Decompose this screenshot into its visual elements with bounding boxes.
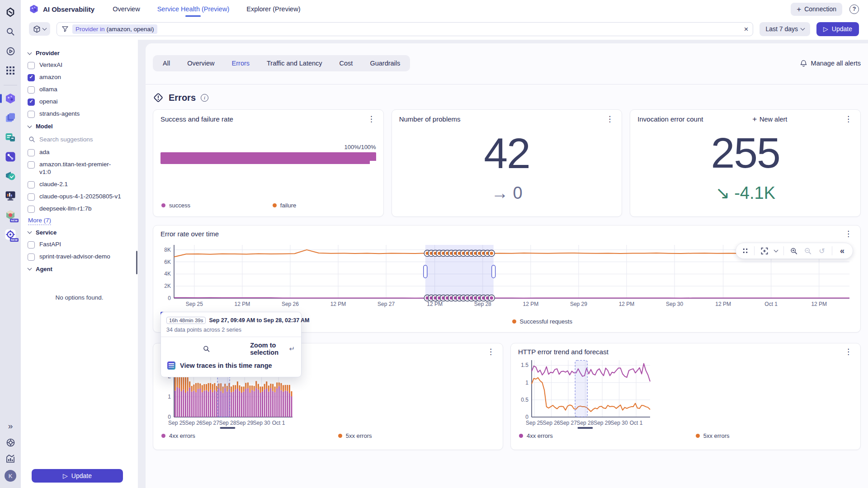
section-agent[interactable]: Agent <box>21 263 138 275</box>
tab-guardrails[interactable]: Guardrails <box>370 60 400 67</box>
svg-text:12 PM: 12 PM <box>619 301 635 307</box>
option-ollama[interactable]: ollama <box>21 84 138 96</box>
chevron-down-icon[interactable] <box>774 248 778 253</box>
section-service[interactable]: Service <box>21 226 138 239</box>
manage-all-alerts-button[interactable]: Manage all alerts <box>800 60 861 67</box>
connections-app-icon[interactable] <box>5 151 16 163</box>
option-vertexai[interactable]: VertexAI <box>21 59 138 71</box>
apps-grid-icon[interactable] <box>5 65 16 76</box>
kebab-menu-icon[interactable]: ⋮ <box>844 115 853 123</box>
legend-item-5xx[interactable]: 5xx errors <box>696 432 730 439</box>
http-error-trend-chart[interactable]: 00.511.5Sep 25Sep 26Sep 27Sep 28Sep 29Se… <box>518 360 654 431</box>
grafana-logo-icon[interactable] <box>5 6 16 18</box>
zoom-in-icon[interactable] <box>790 247 798 255</box>
usage-stats-icon[interactable] <box>5 453 16 465</box>
k8s-monitoring-app-icon[interactable] <box>5 170 16 182</box>
add-connection-button[interactable]: + Connection <box>791 3 842 16</box>
kebab-menu-icon[interactable]: ⋮ <box>486 348 495 356</box>
zoom-out-icon[interactable] <box>804 247 812 255</box>
tab-all[interactable]: All <box>163 60 170 67</box>
sidebar-update-button[interactable]: ▷ Update <box>32 469 123 483</box>
legend-item-4xx[interactable]: 4xx errors <box>519 432 553 439</box>
checkbox[interactable] <box>28 241 35 249</box>
checkbox[interactable] <box>28 206 35 213</box>
checkbox[interactable] <box>28 193 35 201</box>
legend-item-4xx[interactable]: 4xx errors <box>161 432 195 439</box>
new-alert-button[interactable]: + New alert <box>752 115 787 123</box>
checkbox[interactable] <box>28 86 35 94</box>
section-provider[interactable]: Provider <box>21 47 138 59</box>
option-strands-agents[interactable]: strands-agents <box>21 108 138 120</box>
tab-traffic-latency[interactable]: Traffic and Latency <box>267 60 322 67</box>
search-icon[interactable] <box>5 26 16 38</box>
model-search-input[interactable]: Search suggestions <box>21 132 138 146</box>
filter-query-input[interactable]: Provider in (amazon, openai) × <box>57 22 753 36</box>
legend-item-5xx[interactable]: 5xx errors <box>338 432 372 439</box>
checkbox-checked[interactable] <box>28 74 35 81</box>
option-amazon-titan[interactable]: amazon.titan-text-premier-v1:0 <box>21 159 138 178</box>
drag-handle-icon[interactable] <box>742 248 748 254</box>
nav-service-health[interactable]: Service Health (Preview) <box>157 5 230 13</box>
dashboards-app-icon[interactable] <box>5 112 16 124</box>
option-amazon[interactable]: amazon <box>21 71 138 84</box>
card-title: Error rate over time <box>160 230 219 238</box>
view-traces-action[interactable]: View traces in this time range <box>166 361 296 374</box>
kebab-menu-icon[interactable]: ⋮ <box>844 230 853 238</box>
legend-item-failure[interactable]: failure <box>273 202 296 209</box>
legend-item-successful[interactable]: Successful requests <box>512 318 572 325</box>
option-claude-21[interactable]: claude-2.1 <box>21 178 138 191</box>
option-deepseek[interactable]: deepseek-llm-r1:7b <box>21 203 138 215</box>
checkbox[interactable] <box>28 111 35 118</box>
user-avatar[interactable]: K <box>5 470 16 482</box>
success-rate-bar[interactable] <box>160 152 376 164</box>
kebab-menu-icon[interactable]: ⋮ <box>844 348 853 356</box>
time-range-picker[interactable]: Last 7 days <box>760 22 810 36</box>
option-openai[interactable]: openai <box>21 96 138 108</box>
option-ada[interactable]: ada <box>21 146 138 159</box>
tab-overview[interactable]: Overview <box>187 60 214 67</box>
collapse-toolbar-icon[interactable]: « <box>838 247 846 255</box>
kebab-menu-icon[interactable]: ⋮ <box>367 115 376 123</box>
checkbox[interactable] <box>28 62 35 69</box>
nav-explorer[interactable]: Explorer (Preview) <box>246 5 300 13</box>
option-fastapi[interactable]: FastAPI <box>21 239 138 251</box>
trend-flat-arrow-icon: → <box>491 183 508 203</box>
option-sprint-travel[interactable]: sprint-travel-advisor-demo <box>21 251 138 263</box>
checkbox[interactable] <box>28 253 35 261</box>
support-lifebuoy-icon[interactable] <box>5 436 16 448</box>
frontend-observability-app-icon[interactable] <box>5 190 16 202</box>
option-claude-opus[interactable]: claude-opus-4-1-20250805-v1 <box>21 191 138 203</box>
tab-errors[interactable]: Errors <box>232 60 250 67</box>
scope-selector[interactable] <box>29 22 50 36</box>
expand-rail-icon[interactable]: » <box>5 420 16 432</box>
more-models-link[interactable]: More (7) <box>21 215 138 226</box>
checkbox[interactable] <box>28 149 35 156</box>
assistant-app-icon[interactable] <box>5 131 16 143</box>
checkbox[interactable] <box>28 181 35 188</box>
pipelines-icon[interactable] <box>5 45 16 57</box>
box-select-icon[interactable] <box>760 247 769 255</box>
filters-sidebar: Provider VertexAI amazon ollama openai s… <box>21 40 138 488</box>
view-tabs: All Overview Errors Traffic and Latency … <box>153 55 410 71</box>
zoom-to-selection-action[interactable]: Zoom to selection ↵ <box>166 337 296 361</box>
chevron-down-icon <box>28 50 32 55</box>
filter-chip[interactable]: Provider in (amazon, openai) <box>72 24 157 34</box>
aiops-app-icon[interactable]: NEW <box>5 229 16 240</box>
clear-filter-icon[interactable]: × <box>744 25 749 33</box>
legend-item-success[interactable]: success <box>161 202 190 209</box>
undo-zoom-icon[interactable]: ↺ <box>818 247 826 255</box>
sidebar-scrollbar[interactable] <box>136 251 137 274</box>
app-brand[interactable]: AI Observability <box>29 4 94 14</box>
tab-cost[interactable]: Cost <box>340 60 353 67</box>
checkbox-checked[interactable] <box>28 99 35 106</box>
legend-dot <box>512 319 516 324</box>
checkbox[interactable] <box>28 161 35 169</box>
nav-overview[interactable]: Overview <box>113 5 140 13</box>
help-icon[interactable]: ? <box>849 5 859 14</box>
kebab-menu-icon[interactable]: ⋮ <box>605 115 614 123</box>
update-button[interactable]: ▷ Update <box>816 22 859 36</box>
section-model[interactable]: Model <box>21 120 138 132</box>
ml-app-icon[interactable]: NEW <box>5 209 16 221</box>
info-icon[interactable]: i <box>201 94 208 102</box>
ai-observability-app-icon[interactable] <box>5 93 16 104</box>
